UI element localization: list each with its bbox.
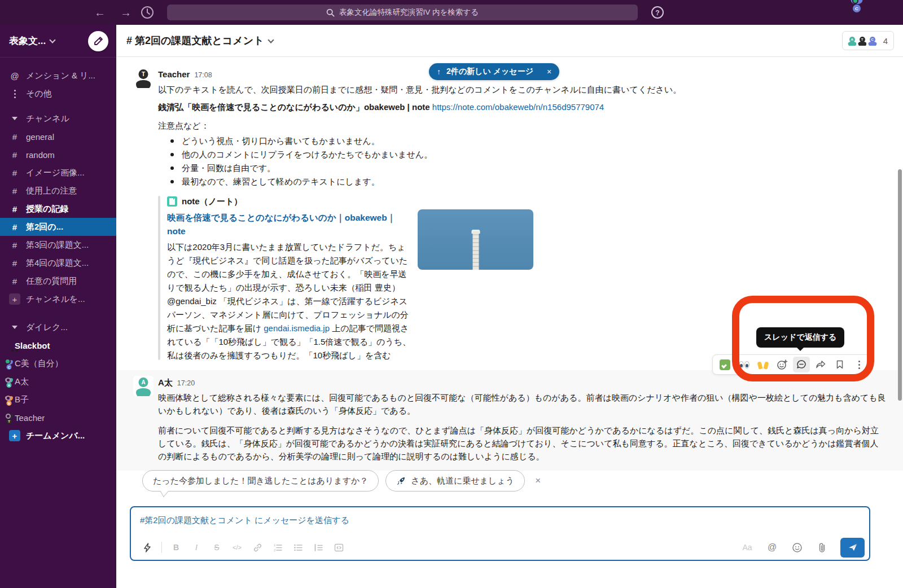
- channel-label: 第2回の...: [26, 222, 63, 232]
- ordered-list-button[interactable]: 12: [269, 539, 286, 555]
- plus-icon: +: [9, 293, 20, 305]
- suggestion-chip-just-joined[interactable]: たった今参加しました！聞き逃したことはありますか？: [142, 470, 379, 492]
- suggestion-chip-get-on-track[interactable]: さあ、軌道に乗せましょう: [385, 470, 525, 492]
- send-message-button[interactable]: [840, 538, 865, 558]
- tooltip-text: スレッドで返信する: [764, 332, 836, 343]
- code-block-icon: [334, 543, 344, 552]
- sidebar-item-mentions[interactable]: @ メンション & リ...: [0, 67, 116, 85]
- rocket-icon: [396, 476, 406, 486]
- channels-section-header[interactable]: チャンネル: [0, 109, 116, 128]
- react-eyes-emoji-button[interactable]: [735, 357, 752, 372]
- format-italic-button[interactable]: I: [188, 539, 205, 555]
- workspace-name: 表象文...: [9, 34, 46, 47]
- mention-button[interactable]: @: [764, 539, 781, 555]
- sidebar-channel-session3[interactable]: # 第3回の課題文...: [0, 236, 116, 254]
- hash-icon: #: [9, 168, 20, 178]
- emoji-picker-button[interactable]: [788, 539, 805, 555]
- svg-text:?: ?: [655, 9, 659, 17]
- thread-bubble-icon: [796, 359, 807, 370]
- sidebar-channel-session4[interactable]: # 第4回の課題文...: [0, 254, 116, 272]
- share-message-button[interactable]: [812, 357, 829, 372]
- channel-title[interactable]: # 第2回の課題文献とコメント: [126, 34, 273, 47]
- sidebar-channel-general[interactable]: # general: [0, 128, 116, 146]
- paperclip-icon: [817, 542, 827, 553]
- dm-label: C美（自分）: [15, 358, 63, 369]
- shortcuts-lightning-button[interactable]: [139, 539, 156, 555]
- react-hands-emoji-button[interactable]: [755, 357, 772, 372]
- blockquote-button[interactable]: [310, 539, 327, 555]
- format-bold-button[interactable]: B: [168, 539, 185, 555]
- sidebar-dm-slackbot[interactable]: Slackbot: [0, 336, 116, 354]
- thread-reply-tooltip: スレッドで返信する: [756, 327, 844, 348]
- sidebar-item-more[interactable]: その他: [0, 85, 116, 103]
- channel-title-text: # 第2回の課題文献とコメント: [126, 34, 264, 47]
- sidebar-channel-session2-active[interactable]: # 第2回の...: [0, 218, 116, 236]
- link-icon: [253, 543, 262, 552]
- new-message-button[interactable]: [88, 31, 108, 51]
- smiley-icon: [792, 542, 803, 553]
- text-formatting-toggle-button[interactable]: Aa: [739, 539, 756, 555]
- history-back-icon[interactable]: ←: [93, 6, 107, 19]
- format-link-button[interactable]: [249, 539, 266, 555]
- close-icon[interactable]: ×: [547, 67, 551, 76]
- attach-file-button[interactable]: [813, 539, 830, 555]
- history-forward-icon[interactable]: →: [119, 6, 133, 19]
- sidebar-dm-a-ta[interactable]: A A太: [0, 372, 116, 390]
- preview-description: 以下は2020年3月に書いたまま放置していたドラフトだ。ちょうど『現代ビジネス』…: [167, 240, 413, 362]
- code-block-button[interactable]: [330, 539, 347, 555]
- preview-thumbnail-image[interactable]: [418, 209, 533, 270]
- sidebar-channel-class-records[interactable]: # 授業の記録: [0, 200, 116, 218]
- divider: [161, 542, 162, 553]
- add-reaction-button[interactable]: [774, 357, 791, 372]
- sidebar-channel-image[interactable]: # イメージ画像...: [0, 164, 116, 182]
- hash-icon: #: [9, 222, 20, 232]
- format-code-button[interactable]: </>: [229, 539, 246, 555]
- message-author[interactable]: Teacher: [158, 68, 190, 81]
- avatar[interactable]: T: [133, 68, 154, 88]
- message-a-ta: A A太 17:20 映画体験として総称される様々な要素には、回復可能であるもの…: [116, 370, 903, 471]
- sidebar-add-teammates[interactable]: + チームメンバ...: [0, 427, 116, 445]
- message-composer[interactable]: #第2回の課題文献とコメント にメッセージを送信する B I S </> 12: [130, 506, 870, 561]
- plus-icon: +: [9, 430, 20, 441]
- message-author[interactable]: A太: [158, 376, 173, 389]
- note-url-link[interactable]: https://note.com/obakeweb/n/n156d9577907…: [432, 102, 604, 112]
- sidebar-channel-usage-notes[interactable]: # 使用上の注意: [0, 182, 116, 200]
- message-scrollbar[interactable]: [898, 169, 902, 401]
- message-timestamp[interactable]: 17:20: [177, 377, 195, 390]
- reply-in-thread-button[interactable]: [793, 357, 810, 372]
- more-actions-button[interactable]: [851, 357, 867, 372]
- svg-text:1: 1: [274, 543, 276, 547]
- dm-label: B子: [15, 394, 29, 405]
- gendai-link[interactable]: gendai.ismedia.jp: [264, 323, 330, 333]
- search-input[interactable]: 表象文化論特殊研究演習IV 内を検索する: [167, 5, 638, 20]
- smiley-plus-icon: [777, 359, 788, 370]
- bulleted-list-button[interactable]: [290, 539, 306, 555]
- message-text: 前者について回復不可能であると判断する見方はなさそうなので、ひとまず論点は「身体…: [158, 424, 886, 463]
- sidebar-channel-questions[interactable]: # 任意の質問用: [0, 272, 116, 290]
- help-icon[interactable]: ?: [650, 5, 665, 20]
- sidebar-add-channel[interactable]: + チャンネルを...: [0, 290, 116, 308]
- react-check-emoji-button[interactable]: [716, 357, 733, 372]
- sidebar-channel-random[interactable]: # random: [0, 146, 116, 164]
- message-text: 映画体験として総称される様々な要素には、回復可能であるものと回復不可能な（可能性…: [158, 391, 886, 417]
- preview-title-link[interactable]: 映画を倍速で見ることのなにがわるいのか｜obakeweb｜note: [167, 211, 413, 238]
- format-strikethrough-button[interactable]: S: [208, 539, 225, 555]
- message-timestamp[interactable]: 17:08: [194, 69, 212, 82]
- workspace-header[interactable]: 表象文...: [0, 25, 116, 58]
- clock-history-icon[interactable]: [140, 5, 155, 20]
- chevron-down-icon: [50, 37, 56, 43]
- dms-section-header[interactable]: ダイレク...: [0, 318, 116, 336]
- hash-icon: #: [9, 150, 20, 160]
- new-messages-banner[interactable]: ↑ 2件の新しい メッセージ ×: [429, 63, 559, 80]
- sidebar-dm-teacher[interactable]: T Teacher: [0, 409, 116, 427]
- new-messages-label: 2件の新しい メッセージ: [446, 67, 533, 77]
- save-bookmark-button[interactable]: [831, 357, 848, 372]
- search-icon: [326, 8, 335, 17]
- channel-members-button[interactable]: A T C 4: [842, 31, 894, 50]
- close-icon[interactable]: ×: [535, 475, 541, 486]
- avatar[interactable]: A: [133, 376, 154, 396]
- sidebar-dm-self[interactable]: C C美（自分）: [0, 354, 116, 372]
- sidebar-dm-b-ko[interactable]: B B子: [0, 390, 116, 409]
- message-text: 以下のテキストを読んで、次回授業日の前日までに感想・疑問・意見・批判などのコメン…: [158, 83, 700, 96]
- hash-icon: #: [9, 132, 20, 142]
